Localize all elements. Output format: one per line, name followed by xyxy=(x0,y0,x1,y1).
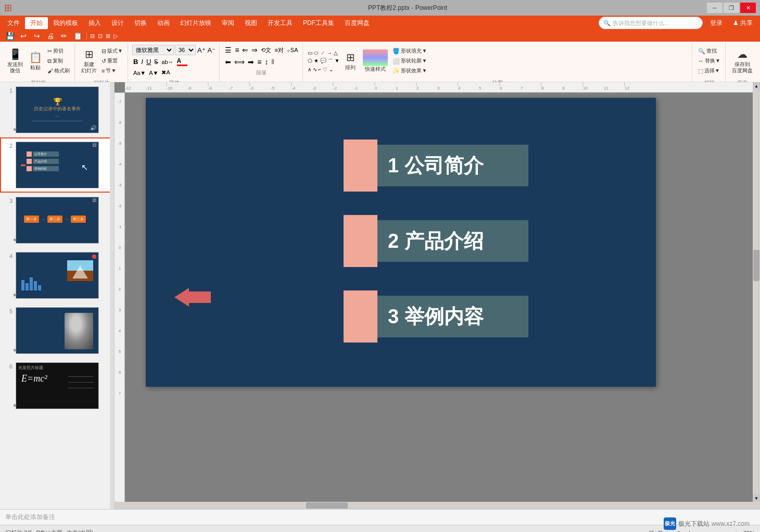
paste-btn[interactable]: 📋 粘贴 xyxy=(26,46,45,75)
indent-increase-btn[interactable]: ⇒ xyxy=(250,45,259,55)
clear-format-btn[interactable]: ✖A xyxy=(160,68,171,77)
arrange-btn[interactable]: ⊞ 排列 xyxy=(341,46,360,75)
cut-btn[interactable]: ✂剪切 xyxy=(46,46,71,56)
minimize-button[interactable]: ─ xyxy=(707,3,723,13)
menu-file[interactable]: 文件 xyxy=(2,17,25,29)
view-normal[interactable]: ⊡ xyxy=(98,33,103,40)
find-btn[interactable]: 🔍 查找 xyxy=(696,46,722,56)
normal-view-btn[interactable]: ⊟ xyxy=(649,529,654,532)
slide-1-item[interactable]: 1 🏆 历史记录中的著名事件 ... —————————————— 🔊 ★ xyxy=(0,82,114,137)
bullet-list-btn[interactable]: ☰ xyxy=(224,45,233,55)
menu-home[interactable]: 开始 xyxy=(25,17,48,29)
customize-btn[interactable]: ✏ xyxy=(58,30,70,42)
menu-insert[interactable]: 插入 xyxy=(83,17,106,29)
decrease-font-btn[interactable]: A⁻ xyxy=(207,46,217,55)
shape-fill-btn[interactable]: 🪣 形状填充▼ xyxy=(391,46,428,56)
bold-btn[interactable]: B xyxy=(132,57,139,67)
menu-review[interactable]: 审阅 xyxy=(217,17,239,29)
layout-btn[interactable]: ⊟版式▼ xyxy=(100,46,124,56)
align-text-btn[interactable]: ≡对 xyxy=(273,45,284,55)
slide-2-item[interactable]: 2 公司简介 产品介绍 举例内容 xyxy=(0,137,114,193)
reset-btn[interactable]: ↺重置 xyxy=(100,56,124,66)
triangle-shape-btn[interactable]: △ xyxy=(333,49,338,57)
restore-button[interactable]: ❐ xyxy=(724,3,739,13)
oval-shape-btn[interactable]: ⬭ xyxy=(313,49,319,57)
slide-4-item[interactable]: 4 ★ xyxy=(0,248,114,303)
hscroll-thumb[interactable] xyxy=(306,502,348,509)
align-left-btn[interactable]: ⬅ xyxy=(224,57,232,67)
copy-btn[interactable]: ⧉复制 xyxy=(46,56,71,66)
search-box[interactable]: 🔍 告诉我您想要做什么... xyxy=(599,17,703,29)
send-wechat-btn[interactable]: 📱 发送到微信 xyxy=(5,46,25,75)
slide-6-item[interactable]: 6 光发照片标题 E=mc² —————————————————— ★ xyxy=(0,358,114,413)
format-painter-btn[interactable]: 🖌格式刷 xyxy=(46,66,71,75)
horizontal-scrollbar[interactable] xyxy=(115,502,753,509)
indent-decrease-btn[interactable]: ⇐ xyxy=(241,45,249,55)
font-family-select[interactable]: 微软雅黑 xyxy=(132,45,174,55)
align-right-btn[interactable]: ➡ xyxy=(247,57,255,67)
callout-shape-btn[interactable]: 💬 xyxy=(320,57,327,66)
zoom-slider[interactable]: ———— xyxy=(706,530,729,533)
select-btn[interactable]: ⬚ 选择▼ xyxy=(696,66,722,75)
menu-pdf[interactable]: PDF工具集 xyxy=(298,17,339,29)
char-spacing-btn[interactable]: ab↔ xyxy=(160,58,174,66)
undo-btn[interactable]: ↩ xyxy=(18,30,29,42)
vscroll-thumb[interactable] xyxy=(753,250,759,281)
vertical-scrollbar[interactable]: ▲ ▼ xyxy=(753,82,760,502)
font-case-btn[interactable]: Aa▼ xyxy=(132,69,147,77)
slide-item-2[interactable]: 2 产品介绍 xyxy=(344,215,528,267)
line-spacing-btn[interactable]: ↕ xyxy=(263,57,269,67)
menu-transitions[interactable]: 切换 xyxy=(129,17,152,29)
menu-template[interactable]: 我的模板 xyxy=(48,17,83,29)
arc-shape-btn[interactable]: ⌒ xyxy=(327,57,334,66)
line-shape-btn[interactable]: ⟋ xyxy=(320,49,326,57)
replace-btn[interactable]: ↔ 替换▼ xyxy=(696,56,722,66)
close-button[interactable]: ✕ xyxy=(740,3,756,13)
other-btn[interactable]: 📋 xyxy=(72,30,83,42)
panel-scrollbar[interactable] xyxy=(110,82,114,509)
menu-view[interactable]: 视图 xyxy=(239,17,262,29)
main-slide-canvas[interactable]: 1 公司简介 2 产品介绍 3 举例内容 xyxy=(146,98,656,387)
rect-shape-btn[interactable]: ▭ xyxy=(307,49,313,57)
new-slide-btn[interactable]: ⊞ 新建幻灯片 xyxy=(79,46,99,75)
print-btn[interactable]: 🖨 xyxy=(45,30,56,42)
shape-effects-btn[interactable]: ✨ 形状效果▼ xyxy=(391,66,428,75)
increase-font-btn[interactable]: A⁺ xyxy=(197,46,206,55)
curve-btn[interactable]: ∿ xyxy=(312,66,318,73)
slide-item-1[interactable]: 1 公司简介 xyxy=(344,140,528,192)
italic-btn[interactable]: I xyxy=(140,57,144,67)
menu-developer[interactable]: 开发工具 xyxy=(262,17,298,29)
font-color-btn[interactable]: A xyxy=(176,56,188,67)
zoom-level[interactable]: 73% xyxy=(743,530,755,533)
text-shadow-btn[interactable]: A▼ xyxy=(148,69,159,77)
text-direction-btn[interactable]: ⟲文 xyxy=(260,45,272,55)
slide-5-item[interactable]: 5 ★ xyxy=(0,303,114,358)
connector-btn[interactable]: ⌐ xyxy=(318,66,322,73)
menu-baidu[interactable]: 百度网盘 xyxy=(339,17,375,29)
redo-btn[interactable]: ↪ xyxy=(31,30,43,42)
underline-btn[interactable]: U xyxy=(145,57,152,67)
notes-bar[interactable]: 单击此处添加备注 xyxy=(0,509,760,525)
justify-btn[interactable]: ≡ xyxy=(256,57,262,67)
heart-btn[interactable]: ♡ xyxy=(322,66,328,73)
numbered-list-btn[interactable]: ≡ xyxy=(234,45,240,55)
save-quick-btn[interactable]: 💾 xyxy=(4,30,16,42)
slide-sorter-btn[interactable]: ⊞ xyxy=(658,529,663,532)
chevron-btn[interactable]: ⌄ xyxy=(328,66,334,73)
quick-styles-btn[interactable]: 快速样式 xyxy=(361,46,390,75)
login-button[interactable]: 登录 xyxy=(705,17,728,29)
share-button[interactable]: ♟ 共享 xyxy=(728,17,758,29)
align-center-btn[interactable]: ⟺ xyxy=(233,57,246,67)
columns-btn[interactable]: ⫴ xyxy=(270,56,275,67)
section-btn[interactable]: ≡节▼ xyxy=(100,66,124,75)
menu-slideshow[interactable]: 幻灯片放映 xyxy=(175,17,217,29)
menu-animations[interactable]: 动画 xyxy=(152,17,175,29)
view-slideshow[interactable]: ▷ xyxy=(113,33,118,40)
freeform-btn[interactable]: ∧ xyxy=(307,66,312,73)
font-size-select[interactable]: 36 xyxy=(175,45,196,55)
strikethrough-btn[interactable]: S̶ xyxy=(153,57,159,67)
pentagon-shape-btn[interactable]: ⬠ xyxy=(307,57,313,66)
slide-item-3[interactable]: 3 举例内容 xyxy=(344,290,528,343)
left-arrow[interactable] xyxy=(174,288,211,307)
star-shape-btn[interactable]: ★ xyxy=(313,57,319,66)
